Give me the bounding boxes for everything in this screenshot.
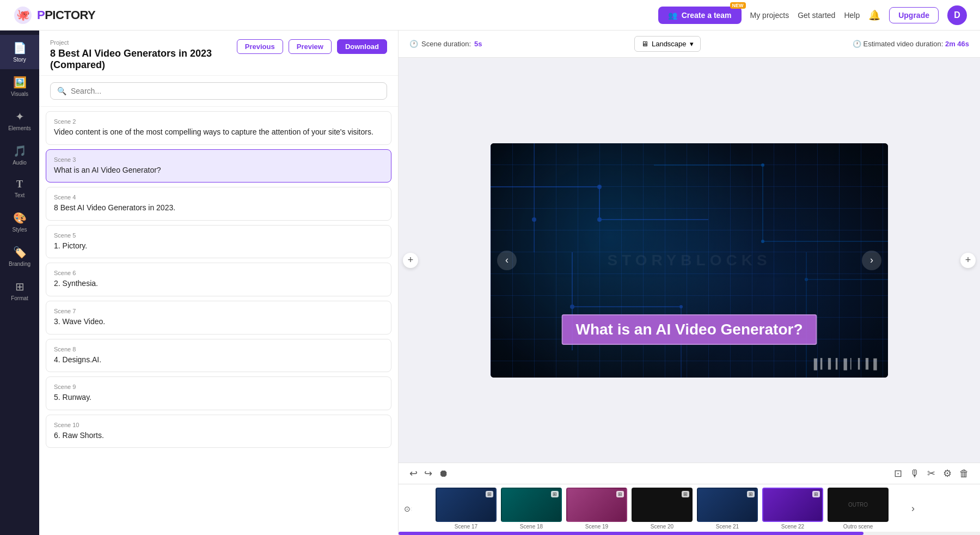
sidebar-label-format: Format — [11, 295, 28, 301]
svg-point-21 — [805, 278, 808, 281]
scene-card-4[interactable]: Scene 4 8 Best AI Video Generators in 20… — [46, 187, 391, 221]
thumbnail-scene17[interactable]: ⊞ Scene 17 — [433, 488, 499, 530]
scene-label: Scene 6 — [54, 270, 383, 276]
scene-label: Scene 5 — [54, 232, 383, 239]
preview-button[interactable]: Preview — [289, 39, 332, 54]
sidebar-item-visuals[interactable]: 🖼️ Visuals — [0, 69, 39, 104]
format-icon: ⊞ — [15, 280, 24, 293]
scene-label: Scene 10 — [54, 422, 383, 428]
avatar[interactable]: D — [947, 5, 967, 25]
download-button[interactable]: Download — [337, 39, 387, 54]
video-next-arrow[interactable]: › — [862, 251, 881, 270]
svg-point-14 — [597, 185, 602, 189]
sidebar-label-styles: Styles — [12, 227, 27, 233]
thumb-img-scene22: ⊞ — [762, 488, 823, 522]
subtitles-button[interactable]: ⊡ — [894, 467, 902, 479]
thumb-layer-icon: ⊞ — [747, 491, 755, 497]
timeline-next-button[interactable]: › — [907, 501, 919, 516]
my-projects-link[interactable]: My projects — [750, 11, 789, 20]
scene-text: 5. Runway. — [54, 392, 383, 403]
orientation-label: Landscape — [652, 40, 687, 48]
thumbnail-scene20[interactable]: ⊞ Scene 20 — [629, 488, 695, 530]
thumbnail-scene22[interactable]: ⊞ Scene 22 — [760, 488, 825, 530]
thumb-img-scene20: ⊞ — [632, 488, 693, 522]
team-icon: 👥 — [668, 11, 677, 20]
sidebar-item-elements[interactable]: ✦ Elements — [0, 104, 39, 138]
scene-panel: Project 8 Best AI Video Generators in 20… — [39, 31, 399, 535]
audio-waveform-icon: ▌▎▍▎▌▏▎▍▌ — [814, 358, 880, 370]
sidebar-item-audio[interactable]: 🎵 Audio — [0, 138, 39, 172]
sidebar-item-story[interactable]: 📄 Story — [0, 35, 39, 69]
orientation-select[interactable]: 🖥 Landscape ▾ — [634, 36, 701, 52]
scene-duration: 🕐 Scene duration: 5s — [409, 40, 482, 48]
previous-button[interactable]: Previous — [237, 39, 283, 54]
scene-label: Scene 9 — [54, 384, 383, 390]
thumb-label-scene17: Scene 17 — [455, 524, 477, 530]
create-team-button[interactable]: 👥 Create a team NEW — [658, 7, 742, 24]
logo-icon: 🐙 — [13, 5, 33, 25]
scissors-button[interactable]: ✂ — [927, 467, 935, 479]
search-bar: 🔍 — [39, 76, 398, 107]
scene-card-7[interactable]: Scene 7 3. Wave Video. — [46, 301, 391, 335]
thumb-img-scene17: ⊞ — [436, 488, 497, 522]
scene-card-5[interactable]: Scene 5 1. Pictory. — [46, 225, 391, 259]
logo[interactable]: 🐙 PPICTORY — [13, 5, 95, 25]
thumbnail-outro[interactable]: OUTRO Outro scene — [825, 488, 891, 530]
thumb-layer-icon: ⊞ — [486, 491, 493, 497]
hide-layers-icon[interactable]: ⊙ — [401, 502, 414, 515]
scene-card-8[interactable]: Scene 8 4. Designs.AI. — [46, 339, 391, 373]
play-button[interactable]: ⏺ — [439, 468, 449, 479]
nav-right: 👥 Create a team NEW My projects Get star… — [658, 5, 967, 25]
svg-point-17 — [761, 163, 764, 167]
elements-icon: ✦ — [15, 110, 24, 123]
redo-button[interactable]: ↪ — [424, 467, 432, 479]
sidebar-item-text[interactable]: T Text — [0, 172, 39, 205]
thumb-img-scene21: ⊞ — [697, 488, 758, 522]
scenes-list: Scene 2 Video content is one of the most… — [39, 107, 398, 535]
svg-point-18 — [761, 240, 764, 243]
video-prev-arrow[interactable]: ‹ — [497, 251, 517, 270]
delete-button[interactable]: 🗑 — [959, 468, 969, 479]
scene-label: Scene 2 — [54, 118, 383, 125]
add-scene-right-button[interactable]: + — [960, 253, 976, 268]
settings-button[interactable]: ⚙ — [943, 467, 952, 479]
preview-panel: 🕐 Scene duration: 5s 🖥 Landscape ▾ 🕐 Est… — [399, 31, 980, 535]
icon-sidebar: 📄 Story 🖼️ Visuals ✦ Elements 🎵 Audio T … — [0, 31, 39, 535]
scene-text: 6. Raw Shorts. — [54, 430, 383, 441]
project-title: 8 Best AI Video Generators in 2023 (Comp… — [50, 48, 237, 71]
sidebar-item-format[interactable]: ⊞ Format — [0, 273, 39, 308]
search-input[interactable] — [71, 87, 380, 95]
help-link[interactable]: Help — [844, 11, 860, 20]
mic-button[interactable]: 🎙 — [910, 468, 920, 479]
sidebar-item-styles[interactable]: 🎨 Styles — [0, 205, 39, 239]
top-nav: 🐙 PPICTORY 👥 Create a team NEW My projec… — [0, 0, 980, 31]
scene-card-10[interactable]: Scene 10 6. Raw Shorts. — [46, 415, 391, 448]
thumbnail-scene19[interactable]: ⊞ Scene 19 — [564, 488, 629, 530]
search-input-wrap: 🔍 — [50, 82, 387, 100]
scene-card-6[interactable]: Scene 6 2. Synthesia. — [46, 263, 391, 296]
thumbnail-scene18[interactable]: ⊞ Scene 18 — [499, 488, 564, 530]
scene-card-3[interactable]: Scene 3 What is an AI Video Generator? — [46, 149, 391, 183]
thumb-img-scene19: ⊞ — [566, 488, 627, 522]
sidebar-item-branding[interactable]: 🏷️ Branding — [0, 239, 39, 273]
chevron-down-icon: ▾ — [690, 40, 694, 48]
watermark-text: storyblocks — [607, 252, 771, 269]
scene-text: 8 Best AI Video Generators in 2023. — [54, 203, 383, 214]
upgrade-button[interactable]: Upgrade — [889, 7, 939, 23]
scene-card-2[interactable]: Scene 2 Video content is one of the most… — [46, 111, 391, 145]
scene-text: 2. Synthesia. — [54, 278, 383, 289]
thumbnails-row: ⊞ Scene 17 ⊞ Scene 18 ⊞ Scene 19 ⊞ — [417, 488, 907, 530]
scene-card-9[interactable]: Scene 9 5. Runway. — [46, 376, 391, 410]
thumb-img-outro: OUTRO — [828, 488, 889, 522]
get-started-link[interactable]: Get started — [798, 11, 835, 20]
timeline-progress-bar — [399, 532, 980, 535]
scene-label: Scene 3 — [54, 156, 383, 163]
notifications-icon[interactable]: 🔔 — [868, 9, 880, 21]
main-layout: 📄 Story 🖼️ Visuals ✦ Elements 🎵 Audio T … — [0, 31, 980, 535]
add-scene-left-button[interactable]: + — [403, 253, 418, 268]
thumb-label-outro: Outro scene — [843, 524, 873, 530]
thumbnail-scene21[interactable]: ⊞ Scene 21 — [695, 488, 760, 530]
undo-button[interactable]: ↩ — [409, 467, 418, 479]
story-icon: 📄 — [13, 41, 27, 54]
timeline-section: ⊙ ‹ ⊞ Scene 17 ⊞ Scene 18 ⊞ Sc — [399, 484, 980, 535]
